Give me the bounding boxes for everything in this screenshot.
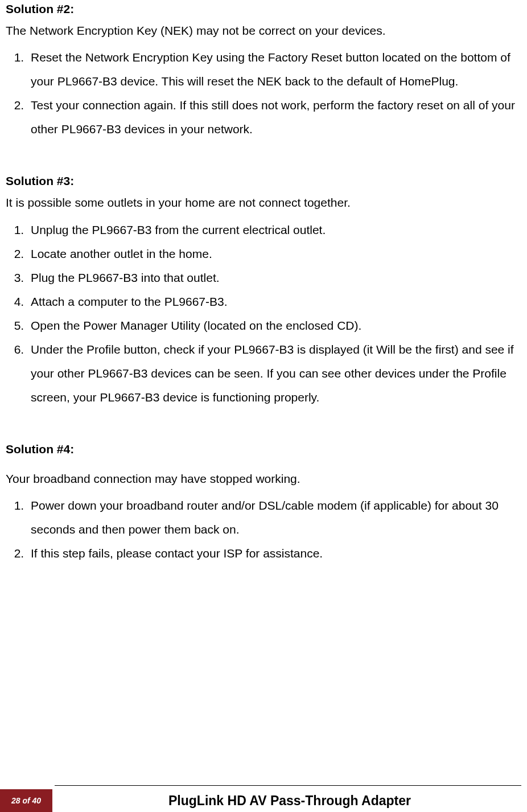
solution-4-heading: Solution #4: xyxy=(6,440,521,463)
footer-title: PlugLink HD AV Pass-Through Adapter xyxy=(52,789,527,812)
solution-4-intro: Your broadband connection may have stopp… xyxy=(6,471,521,487)
page: Solution #2: The Network Encryption Key … xyxy=(0,0,527,812)
solution-2-heading: Solution #2: xyxy=(6,0,521,23)
list-item: Unplug the PL9667-B3 from the current el… xyxy=(27,218,521,242)
solution-4-steps: Power down your broadband router and/or … xyxy=(6,494,521,565)
list-item: Open the Power Manager Utility (located … xyxy=(27,314,521,338)
list-item: Plug the PL9667-B3 into that outlet. xyxy=(27,266,521,290)
solution-3-heading: Solution #3: xyxy=(6,172,521,195)
page-footer: 28 of 40 PlugLink HD AV Pass-Through Ada… xyxy=(0,785,527,812)
footer-divider xyxy=(55,785,521,786)
page-content: Solution #2: The Network Encryption Key … xyxy=(6,0,521,565)
solution-3-intro: It is possible some outlets in your home… xyxy=(6,195,521,211)
solution-2-intro: The Network Encryption Key (NEK) may not… xyxy=(6,23,521,39)
list-item: Under the Profile button, check if your … xyxy=(27,338,521,409)
list-item: If this step fails, please contact your … xyxy=(27,542,521,565)
list-item: Test your connection again. If this stil… xyxy=(27,93,521,141)
list-item: Attach a computer to the PL9667-B3. xyxy=(27,290,521,314)
solution-3-steps: Unplug the PL9667-B3 from the current el… xyxy=(6,218,521,409)
list-item: Locate another outlet in the home. xyxy=(27,242,521,266)
solution-2-steps: Reset the Network Encryption Key using t… xyxy=(6,46,521,141)
list-item: Reset the Network Encryption Key using t… xyxy=(27,46,521,93)
page-number-box: 28 of 40 xyxy=(0,789,52,812)
footer-bar: 28 of 40 PlugLink HD AV Pass-Through Ada… xyxy=(0,789,527,812)
list-item: Power down your broadband router and/or … xyxy=(27,494,521,542)
